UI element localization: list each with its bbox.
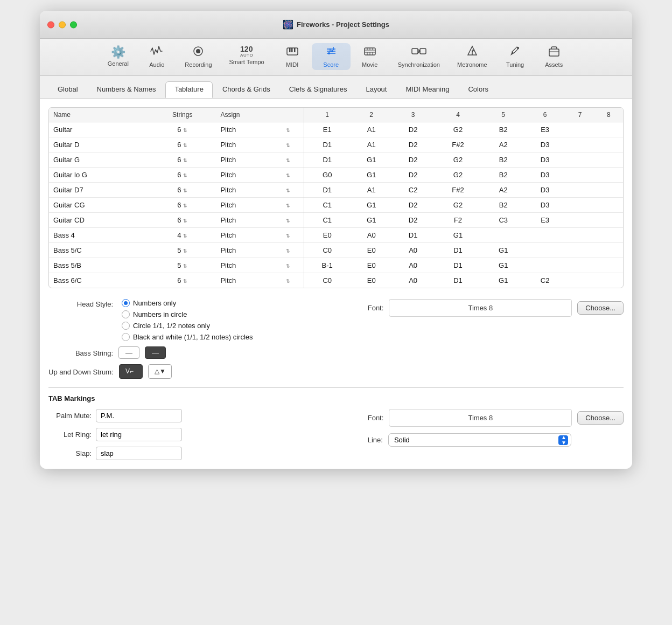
table-row: Guitar 6 ⇅ Pitch ⇅ E1 A1 D2 G2 B2 E3 (49, 122, 623, 137)
cell-1: D1 (304, 152, 350, 168)
svg-rect-29 (549, 49, 559, 56)
col-3: 3 (393, 108, 434, 122)
bass-string-button-1[interactable]: — (118, 346, 139, 359)
toolbar-item-tuning[interactable]: Tuning (496, 43, 535, 70)
slap-row: Slap: (48, 447, 182, 460)
cell-assign-stepper: ⇅ (273, 273, 304, 288)
font-preview-tab-markings: Times 8 (389, 409, 572, 427)
strum-label: Up and Down Strum: (48, 367, 114, 376)
cell-strings: 6 ⇅ (149, 198, 216, 213)
toolbar-item-assets[interactable]: Assets (535, 43, 573, 70)
strum-button-1[interactable]: V⌐ (119, 364, 143, 379)
general-icon: ⚙️ (111, 45, 125, 59)
choose-font-tab-markings-button[interactable]: Choose... (577, 411, 624, 425)
cell-6: E3 (524, 213, 566, 228)
cell-2: A1 (351, 183, 393, 198)
line-label: Line: (368, 436, 383, 444)
cell-8 (594, 168, 623, 183)
cell-7 (565, 213, 594, 228)
tab-midi-meaning[interactable]: MIDI Meaning (396, 81, 458, 98)
bass-string-button-2[interactable]: — (145, 346, 166, 359)
radio-numbers-only[interactable]: Numbers only (122, 299, 253, 307)
svg-rect-22 (412, 48, 418, 54)
col-2: 2 (351, 108, 393, 122)
cell-7 (565, 122, 594, 137)
cell-name: Bass 5/B (49, 258, 149, 273)
strum-button-2[interactable]: △▼ (148, 364, 172, 379)
cell-7 (565, 243, 594, 258)
close-button[interactable] (47, 21, 54, 28)
toolbar-item-smart-tempo[interactable]: 120 AUTO Smart Tempo (221, 43, 273, 70)
cell-6: D3 (524, 183, 566, 198)
toolbar-item-metronome[interactable]: Metronome (449, 43, 496, 70)
line-select[interactable]: Solid Dashed Dotted (388, 433, 571, 447)
cell-4: G2 (433, 122, 482, 137)
line-select-wrapper: Solid Dashed Dotted ▲▼ (388, 433, 571, 447)
toolbar-item-score[interactable]: Score (312, 43, 351, 70)
cell-7 (565, 137, 594, 152)
cell-assign-stepper: ⇅ (273, 183, 304, 198)
strum-icon-1: V⌐ (125, 366, 137, 375)
toolbar-item-general[interactable]: ⚙️ General (99, 43, 137, 70)
cell-4: F#2 (433, 183, 482, 198)
palm-mute-input[interactable] (96, 409, 182, 422)
cell-5: B2 (482, 152, 524, 168)
tab-markings-title: TAB Markings (48, 394, 624, 402)
tab-global[interactable]: Global (48, 81, 87, 98)
cell-3: A0 (393, 273, 434, 288)
cell-assign: Pitch (216, 243, 272, 258)
let-ring-input[interactable] (96, 428, 182, 441)
cell-2: E0 (351, 243, 393, 258)
table-row: Bass 4 4 ⇅ Pitch ⇅ E0 A0 D1 G1 (49, 228, 623, 243)
tab-colors[interactable]: Colors (459, 81, 498, 98)
maximize-button[interactable] (70, 21, 77, 28)
table-row: Guitar G 6 ⇅ Pitch ⇅ D1 G1 D2 G2 B2 D3 (49, 152, 623, 168)
bass-string-row: Bass String: — — (48, 346, 624, 359)
tab-numbers-names[interactable]: Numbers & Names (88, 81, 165, 98)
tab-layout[interactable]: Layout (356, 81, 396, 98)
cell-6 (524, 258, 566, 273)
cell-assign: Pitch (216, 258, 272, 273)
cell-3: D2 (393, 168, 434, 183)
cell-assign-stepper: ⇅ (273, 243, 304, 258)
cell-assign: Pitch (216, 228, 272, 243)
slap-input[interactable] (96, 447, 182, 460)
radio-numbers-circle[interactable]: Numbers in circle (122, 310, 253, 318)
toolbar-item-midi[interactable]: MIDI (273, 43, 312, 70)
choose-font-button[interactable]: Choose... (577, 301, 624, 315)
cell-5: C3 (482, 213, 524, 228)
cell-assign-stepper: ⇅ (273, 152, 304, 168)
table-row: Guitar CG 6 ⇅ Pitch ⇅ C1 G1 D2 G2 B2 D3 (49, 198, 623, 213)
cell-7 (565, 258, 594, 273)
recording-icon (192, 45, 205, 60)
tuning-icon (509, 45, 522, 60)
toolbar-item-synchronization[interactable]: Synchronization (389, 43, 449, 70)
font-label-head: Font: (368, 304, 384, 312)
cell-1: E0 (304, 228, 350, 243)
midi-icon (286, 45, 299, 60)
tab-clefs-signatures[interactable]: Clefs & Signatures (280, 81, 356, 98)
cell-name: Guitar D7 (49, 183, 149, 198)
cell-strings: 6 ⇅ (149, 273, 216, 288)
titlebar: 🎆 Fireworks - Project Settings (40, 11, 632, 39)
toolbar-item-audio[interactable]: Audio (137, 43, 176, 70)
cell-4: F2 (433, 213, 482, 228)
cell-3: D2 (393, 213, 434, 228)
cell-8 (594, 243, 623, 258)
toolbar-item-movie[interactable]: Movie (351, 43, 389, 70)
radio-circle-circle-half (122, 322, 130, 330)
radio-label-black-white: Black and white (1/1, 1/2 notes) circles (133, 333, 253, 341)
cell-5: G1 (482, 273, 524, 288)
cell-name: Guitar lo G (49, 168, 149, 183)
tab-chords-grids[interactable]: Chords & Grids (213, 81, 279, 98)
minimize-button[interactable] (59, 21, 66, 28)
radio-circle-half[interactable]: Circle 1/1, 1/2 notes only (122, 322, 253, 330)
toolbar-item-recording[interactable]: Recording (176, 43, 220, 70)
cell-6: D3 (524, 198, 566, 213)
cell-1: D1 (304, 137, 350, 152)
cell-strings: 6 ⇅ (149, 122, 216, 137)
tab-tablature[interactable]: Tablature (165, 81, 212, 98)
radio-black-white[interactable]: Black and white (1/1, 1/2 notes) circles (122, 333, 253, 341)
cell-1: G0 (304, 168, 350, 183)
assets-icon (548, 45, 561, 60)
